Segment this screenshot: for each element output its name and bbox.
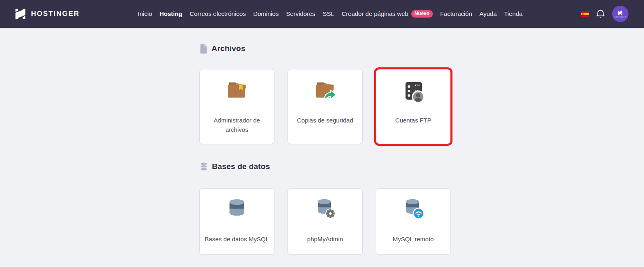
notifications-bell-icon[interactable] (595, 9, 606, 19)
nav-item-inicio[interactable]: Inicio (138, 0, 152, 28)
nav-item-dominios[interactable]: Dominios (253, 0, 279, 28)
section-archivos: Archivos Administrador de archivos (199, 43, 452, 144)
card-mysql-databases[interactable]: Bases de datos MySQL (199, 188, 274, 255)
topbar-right-controls: HOSTINGER (581, 6, 628, 22)
ftp-server-user-icon (400, 79, 426, 106)
folder-icon (224, 79, 250, 106)
card-administrador-archivos[interactable]: Administrador de archivos (199, 69, 274, 144)
nav-item-facturacion[interactable]: Facturación (440, 0, 472, 28)
nav-item-tienda[interactable]: Tienda (504, 0, 522, 28)
bases-de-datos-cards: Bases de datos MySQL (199, 188, 452, 255)
account-avatar[interactable]: HOSTINGER (612, 6, 628, 22)
card-label: Cuentas FTP (395, 116, 431, 125)
hostinger-logo-icon (14, 8, 27, 20)
card-label: phpMyAdmin (307, 234, 343, 244)
nav-item-label: Creador de páginas web (341, 0, 408, 28)
section-header-archivos: Archivos (199, 43, 452, 54)
card-label: Bases de datos MySQL (205, 234, 269, 244)
mysql-database-icon (224, 197, 250, 222)
brand-wordmark: HOSTINGER (31, 10, 80, 18)
new-badge: Nuevo (411, 10, 433, 18)
hosting-tools-panel: Archivos Administrador de archivos (199, 43, 452, 255)
section-title: Bases de datos (212, 162, 270, 171)
database-wifi-icon (400, 197, 426, 222)
top-navigation-bar: HOSTINGER Inicio Hosting Correos electró… (0, 0, 644, 28)
card-label: Administrador de archivos (205, 116, 269, 134)
section-title: Archivos (212, 44, 245, 53)
section-bases-de-datos: Bases de datos Bases de datos MySQL (199, 161, 452, 255)
nav-item-creador-paginas[interactable]: Creador de páginas web Nuevo (341, 0, 432, 28)
nav-item-hosting[interactable]: Hosting (160, 0, 183, 28)
database-gear-icon (312, 197, 338, 222)
archivos-cards: Administrador de archivos Copias de segu… (199, 69, 452, 144)
card-label: MySQL remoto (393, 234, 434, 244)
main-menu: Inicio Hosting Correos electrónicos Domi… (138, 0, 522, 28)
section-header-bases-de-datos: Bases de datos (199, 161, 452, 172)
card-copias-seguridad[interactable]: Copias de seguridad (287, 69, 363, 144)
card-phpmyadmin[interactable]: phpMyAdmin (287, 188, 363, 255)
card-cuentas-ftp[interactable]: Cuentas FTP (376, 69, 451, 144)
document-icon (199, 44, 208, 54)
hostinger-logo[interactable]: HOSTINGER (14, 8, 80, 20)
card-label: Copias de seguridad (297, 116, 353, 125)
database-icon (199, 162, 208, 171)
language-flag-spain[interactable] (581, 11, 589, 17)
avatar-logo-icon (618, 10, 623, 15)
nav-item-servidores[interactable]: Servidores (286, 0, 315, 28)
nav-item-correos[interactable]: Correos electrónicos (189, 0, 246, 28)
nav-item-ssl[interactable]: SSL (323, 0, 334, 28)
card-mysql-remote[interactable]: MySQL remoto (376, 188, 451, 255)
nav-item-ayuda[interactable]: Ayuda (479, 0, 497, 28)
avatar-brand-text: HOSTINGER (614, 16, 626, 18)
folder-backup-icon (312, 79, 338, 106)
